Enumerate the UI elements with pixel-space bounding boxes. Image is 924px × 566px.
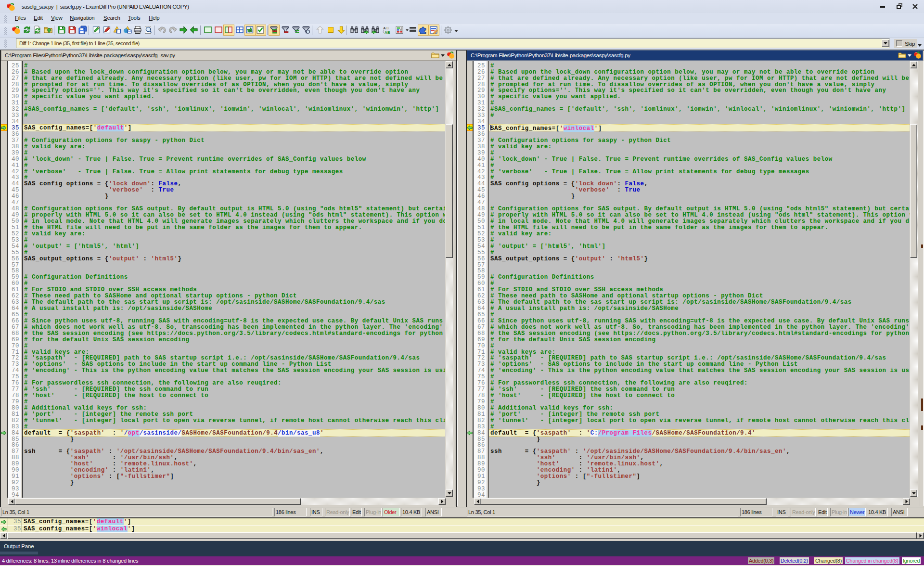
svg-text:B: B <box>386 26 389 30</box>
svg-text:B: B <box>387 30 390 34</box>
svg-text:A: A <box>383 26 386 30</box>
